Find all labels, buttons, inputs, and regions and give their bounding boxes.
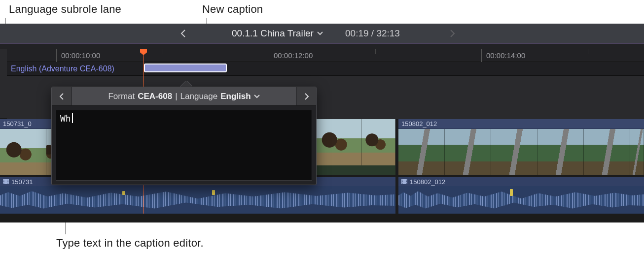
svg-rect-2 xyxy=(3,181,4,182)
history-back-button[interactable] xyxy=(175,24,192,43)
svg-rect-10 xyxy=(402,183,403,184)
video-clip[interactable] xyxy=(316,119,395,175)
project-time-display: 00:19 / 32:13 xyxy=(345,28,400,39)
video-clip-title: 150802_012 xyxy=(398,119,644,129)
caption-editor-popover: Format CEA-608 | Language English Wh xyxy=(51,87,317,185)
caption-language-label: Language xyxy=(180,92,218,101)
svg-rect-13 xyxy=(406,183,407,184)
audio-waveform xyxy=(0,186,395,214)
svg-rect-12 xyxy=(406,181,407,182)
caption-format-language-dropdown[interactable]: Format CEA-608 | Language English xyxy=(72,87,296,105)
project-title-text: 00.1.1 China Trailer xyxy=(232,28,314,39)
svg-rect-9 xyxy=(402,181,403,182)
audio-clip-title: 150731 xyxy=(11,178,33,186)
ruler-tick-label: 00:00:10:00 xyxy=(61,51,100,60)
svg-rect-5 xyxy=(8,181,9,182)
chevron-right-icon xyxy=(304,93,310,100)
caption-text-input[interactable]: Wh xyxy=(56,110,312,181)
ruler-tick-label: 00:00:14:00 xyxy=(486,51,525,60)
video-clip-title: 150731_0 xyxy=(0,119,54,129)
caption-sep: | xyxy=(175,92,177,101)
timeline-topbar: 00.1.1 China Trailer 00:19 / 32:13 xyxy=(0,24,644,43)
audio-waveform xyxy=(398,186,644,214)
popover-tail xyxy=(180,81,192,87)
audio-clip[interactable]: 150802_012 xyxy=(398,177,644,214)
svg-rect-3 xyxy=(3,183,4,184)
timeline-left-pad xyxy=(0,49,7,118)
filmstrip-icon xyxy=(3,179,9,184)
timeline-ruler[interactable]: 00:00:10:00 00:00:12:00 00:00:14:00 xyxy=(7,49,644,62)
chevron-down-icon xyxy=(317,32,323,35)
caption-clip[interactable] xyxy=(144,64,227,72)
svg-rect-1 xyxy=(3,180,4,181)
svg-rect-11 xyxy=(406,180,407,181)
project-title-dropdown[interactable]: 00.1.1 China Trailer xyxy=(232,28,323,39)
caption-format-label: Format xyxy=(108,92,135,101)
caption-format-value: CEA-608 xyxy=(138,92,172,101)
svg-rect-8 xyxy=(402,180,403,181)
ruler-tick-label: 00:00:12:00 xyxy=(274,51,313,60)
callout-lane-label: Language subrole lane xyxy=(9,3,121,16)
chevron-down-icon xyxy=(254,95,260,98)
chevron-left-icon xyxy=(59,93,65,100)
callout-new-caption-label: New caption xyxy=(202,3,263,16)
svg-rect-4 xyxy=(8,180,9,181)
caption-prev-button[interactable] xyxy=(52,87,72,105)
caption-language-value: English xyxy=(220,92,250,101)
chevron-left-icon xyxy=(180,30,186,37)
ribbon xyxy=(0,43,644,49)
callout-type-text-label: Type text in the caption editor. xyxy=(56,237,204,250)
caption-subrole-lane[interactable]: English (Adventure CEA-608) xyxy=(7,62,644,76)
svg-rect-6 xyxy=(8,183,9,184)
timeline-app: 00.1.1 China Trailer 00:19 / 32:13 00:00… xyxy=(0,24,644,222)
video-clip[interactable]: 150731_0 xyxy=(0,119,54,175)
caption-typed-text: Wh xyxy=(60,113,73,124)
caption-editor-header: Format CEA-608 | Language English xyxy=(52,87,316,106)
caption-next-button[interactable] xyxy=(296,87,316,105)
audio-clip-title: 150802_012 xyxy=(410,178,445,186)
filmstrip-icon xyxy=(401,179,407,184)
caption-lane-label: English (Adventure CEA-608) xyxy=(11,64,114,73)
video-clip[interactable]: 150802_012 xyxy=(398,119,644,175)
chevron-right-icon xyxy=(449,30,455,37)
history-forward-button[interactable] xyxy=(444,24,461,43)
